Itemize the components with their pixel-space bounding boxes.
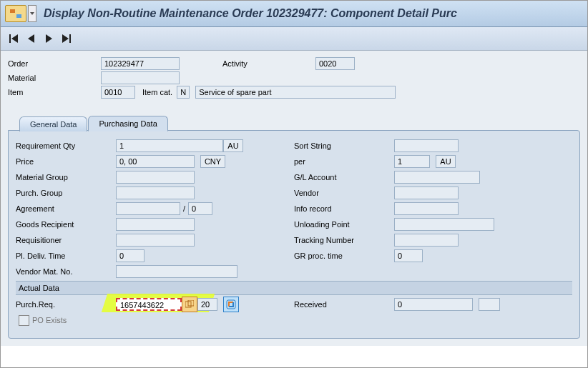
requisitioner-label: Requisitioner [16, 236, 116, 244]
transaction-icon[interactable] [5, 5, 26, 22]
purchasing-left-col: Requirement Qty1AU Price0, 00CNY Materia… [16, 138, 294, 279]
goods-label: Goods Recipient [16, 220, 116, 229]
preq-label: Purch.Req. [16, 300, 116, 309]
gl-label: G/L Account [294, 173, 394, 181]
reqqty-field[interactable]: 1 [116, 139, 223, 152]
activity-label: Activity [222, 59, 315, 68]
requisitioner-field[interactable] [116, 234, 195, 247]
order-header: Order 102329477 Activity 0020 Material I… [1, 51, 587, 102]
matgrp-label: Material Group [16, 173, 116, 181]
vendmat-field[interactable] [116, 265, 237, 278]
display-pr-icon[interactable] [223, 297, 239, 312]
price-currency[interactable]: CNY [200, 155, 225, 168]
activity-field[interactable]: 0020 [315, 57, 355, 70]
order-field[interactable]: 102329477 [101, 57, 180, 70]
svg-marker-6 [28, 34, 34, 43]
preq-item-field[interactable]: 20 [197, 298, 217, 311]
agreement-item-field[interactable]: 0 [188, 202, 212, 215]
grproc-field[interactable]: 0 [394, 249, 423, 262]
track-label: Tracking Number [294, 236, 394, 244]
vendmat-label: Vendor Mat. No. [16, 267, 116, 276]
received-field[interactable]: 0 [394, 298, 473, 311]
price-field[interactable]: 0, 00 [116, 155, 195, 168]
track-field[interactable] [394, 234, 459, 247]
item-label: Item [8, 88, 101, 96]
sort-label: Sort String [294, 141, 394, 150]
tab-purchasing-data[interactable]: Purchasing Data [88, 116, 167, 131]
unload-field[interactable] [394, 218, 494, 231]
tab-strip: General Data Purchasing Data [19, 114, 580, 131]
page-title: Display Non-Routine Maintenance Order 10… [44, 7, 457, 20]
svg-rect-12 [227, 300, 235, 309]
pgrp-field[interactable] [116, 187, 195, 199]
svg-marker-7 [46, 34, 52, 43]
pldeliv-label: Pl. Deliv. Time [16, 252, 116, 260]
nav-next-button[interactable] [42, 32, 55, 45]
svg-rect-9 [69, 34, 71, 43]
svg-marker-3 [30, 12, 34, 15]
pgrp-label: Purch. Group [16, 189, 116, 197]
unload-label: Unloading Point [294, 220, 394, 229]
po-exists-checkbox[interactable] [19, 315, 29, 326]
matchcode-icon[interactable] [182, 297, 197, 312]
material-field[interactable] [101, 71, 180, 84]
gl-field[interactable] [394, 171, 480, 184]
order-label: Order [8, 59, 101, 68]
record-nav-toolbar [1, 27, 587, 51]
vendor-label: Vendor [294, 189, 394, 197]
per-unit[interactable]: AU [436, 155, 456, 168]
transaction-menu-dropdown[interactable] [28, 5, 36, 22]
agreement-label: Agreement [16, 204, 116, 213]
per-label: per [294, 157, 394, 166]
nav-prev-button[interactable] [25, 32, 38, 45]
itemcat-field[interactable]: N [177, 86, 190, 99]
pldeliv-field[interactable]: 0 [116, 249, 144, 262]
reqqty-label: Requirement Qty [16, 141, 116, 150]
svg-rect-4 [9, 34, 11, 43]
received-label: Received [294, 300, 394, 309]
reqqty-unit[interactable]: AU [223, 139, 243, 152]
svg-marker-5 [11, 34, 18, 43]
inforec-field[interactable] [394, 202, 459, 215]
agreement-field[interactable] [116, 202, 180, 215]
itemcat-desc-field: Service of spare part [195, 86, 396, 99]
grproc-label: GR proc. time [294, 252, 394, 260]
actual-data-section: Actual Data [16, 281, 572, 295]
app-window: Display Non-Routine Maintenance Order 10… [0, 0, 588, 368]
po-exists-label: PO Exists [32, 316, 67, 324]
svg-marker-8 [62, 34, 69, 43]
goods-field[interactable] [116, 218, 195, 231]
vendor-field[interactable] [394, 187, 459, 199]
main-area: General Data Purchasing Data Requirement… [1, 102, 587, 346]
received-unit[interactable] [479, 298, 500, 311]
inforec-label: Info record [294, 204, 394, 213]
svg-rect-2 [16, 14, 21, 18]
matgrp-field[interactable] [116, 171, 195, 184]
price-label: Price [16, 157, 116, 166]
title-bar: Display Non-Routine Maintenance Order 10… [1, 1, 587, 27]
agreement-slash: / [180, 204, 188, 213]
preq-field[interactable]: 1657443622 [116, 298, 182, 311]
item-field[interactable]: 0010 [101, 86, 135, 99]
itemcat-label: Item cat. [142, 88, 172, 96]
nav-last-button[interactable] [59, 32, 72, 45]
purchasing-right-col: Sort String per1AU G/L Account Vendor In… [294, 138, 572, 279]
nav-first-button[interactable] [8, 32, 21, 45]
sort-field[interactable] [394, 139, 459, 152]
svg-rect-1 [10, 9, 15, 13]
tab-general-data[interactable]: General Data [19, 116, 87, 131]
per-field[interactable]: 1 [394, 155, 430, 168]
material-label: Material [8, 74, 101, 82]
purchasing-panel: Requirement Qty1AU Price0, 00CNY Materia… [8, 130, 580, 339]
